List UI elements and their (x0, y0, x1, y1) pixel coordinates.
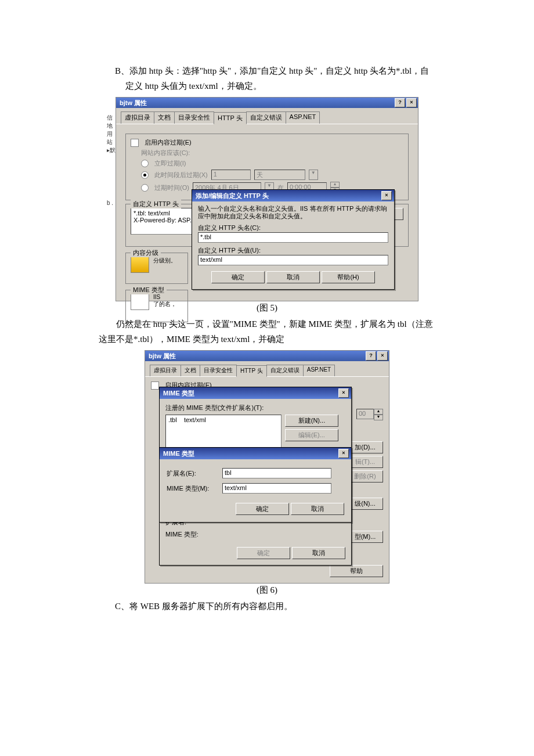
header-value-input[interactable]: text/xml (198, 255, 388, 265)
mime-dialog-title: MIME 类型 (163, 389, 337, 398)
window-title-2: bjtw 属性 (149, 352, 365, 361)
edit-mime-button: 编辑(E)... (285, 429, 338, 441)
entry-ok-button[interactable]: 确定 (236, 503, 289, 515)
paragraph-c: C、将 WEB 服务器扩展下的所有内容都启用。 (115, 599, 435, 614)
tab-strip-2: 虚拟目录 文档 目录安全性 HTTP 头 自定义错误 ASP.NET (145, 361, 389, 377)
help-button[interactable]: ? (395, 98, 405, 107)
mime-cancel-button[interactable]: 取消 (292, 547, 345, 559)
side-add[interactable]: 加(D)... (347, 441, 383, 453)
mime-entry-title: MIME 类型 (163, 449, 337, 458)
new-mime-button[interactable]: 新建(N)... (285, 415, 338, 427)
expire-checkbox-2[interactable] (151, 381, 159, 390)
radio-now (141, 160, 149, 167)
header-name-label: 自定义 HTTP 头名(C): (198, 224, 388, 232)
window-titlebar: bjtw 属性 ? × (116, 98, 418, 108)
after-unit: 天 (254, 170, 305, 180)
help-button-2[interactable]: ? (366, 351, 376, 361)
figure-6: bjtw 属性 ? × 虚拟目录 文档 目录安全性 HTTP 头 自定义错误 A… (145, 350, 389, 584)
entry-cancel-button[interactable]: 取消 (291, 503, 344, 515)
mime-input[interactable]: text/xml (222, 483, 331, 494)
tab-http-headers[interactable]: HTTP 头 (214, 112, 247, 124)
mime-entry-dialog: MIME 类型 × 扩展名(E): tbl MIME 类型(M): text/x… (159, 447, 352, 523)
mime-listbox[interactable]: .tbl text/xml (165, 415, 282, 451)
mime-label-2: MIME 类型: (165, 530, 345, 539)
header-value-label: 自定义 HTTP 头值(U): (198, 246, 388, 255)
side-delete: 删除(R) (347, 470, 383, 483)
mime-ok-button: 确定 (237, 547, 290, 559)
custom-headers-legend: 自定义 HTTP 头 (131, 200, 181, 208)
sub-desc: 输入一个自定义头名和自定义头值。IIS 将在所有 HTTP 头的请求响应中附加此… (198, 205, 388, 220)
registered-mime-label: 注册的 MIME 类型(文件扩展名)(T): (165, 404, 345, 412)
main-help-button[interactable]: 帮助 (330, 565, 383, 577)
mime-label: MIME 类型(M): (167, 484, 219, 493)
tab-strip: 虚拟目录 文档 目录安全性 HTTP 头 自定义错误 ASP.NET (116, 108, 418, 124)
close-button[interactable]: × (406, 98, 417, 107)
side-grade[interactable]: 级(N)... (347, 498, 383, 510)
tab-docs[interactable]: 文档 (154, 111, 175, 124)
tab-custom-errors[interactable]: 自定义错误 (246, 111, 286, 124)
mime-close-button[interactable]: × (338, 388, 349, 398)
ext-input[interactable]: tbl (222, 468, 331, 478)
expire-checkbox[interactable] (131, 139, 139, 147)
radio-at (141, 184, 149, 192)
tab-aspnet[interactable]: ASP.NET (286, 111, 320, 124)
side-edit: 辑(T)... (347, 456, 383, 468)
sub-dialog-title: 添加/编辑自定义 HTTP 头 (196, 192, 380, 200)
expire-label: 启用内容过期(E) (145, 138, 192, 147)
close-button-2[interactable]: × (377, 351, 388, 361)
content-should-label: 网站内容应该(C): (141, 149, 403, 157)
rating-icon (131, 257, 149, 273)
figure-5: 信地用站▸默 b . bjtw 属性 ? × 虚拟目录 文档 目录安全性 HTT… (116, 97, 418, 301)
paragraph-b: B、添加 http 头：选择"http 头"，添加"自定义 http 头"，自定… (115, 64, 435, 93)
tab-vdir[interactable]: 虚拟目录 (121, 111, 154, 124)
after-value: 1 (211, 170, 251, 180)
ext-label: 扩展名(E): (167, 469, 219, 478)
header-name-input[interactable]: *.tbl (198, 232, 388, 243)
add-edit-header-dialog: 添加/编辑自定义 HTTP 头 × 输入一个自定义头名和自定义头值。IIS 将在… (192, 189, 395, 290)
sub-close-button[interactable]: × (381, 191, 392, 200)
mime-entry-close[interactable]: × (338, 449, 349, 458)
mime-icon (131, 294, 149, 310)
sub-cancel-button[interactable]: 取消 (266, 271, 320, 283)
figure-6-caption: (图 6) (99, 585, 435, 596)
window-titlebar-2: bjtw 属性 ? × (145, 351, 389, 361)
sub-ok-button[interactable]: 确定 (211, 271, 265, 283)
window-title: bjtw 属性 (120, 99, 394, 107)
side-type[interactable]: 型(M)... (347, 531, 383, 543)
rating-legend: 内容分级 (131, 249, 161, 257)
tab-security[interactable]: 目录安全性 (174, 111, 214, 124)
sub-help-button[interactable]: 帮助(H) (322, 271, 375, 283)
radio-after (141, 171, 149, 179)
mime-legend: MIME 类型 (131, 286, 167, 294)
